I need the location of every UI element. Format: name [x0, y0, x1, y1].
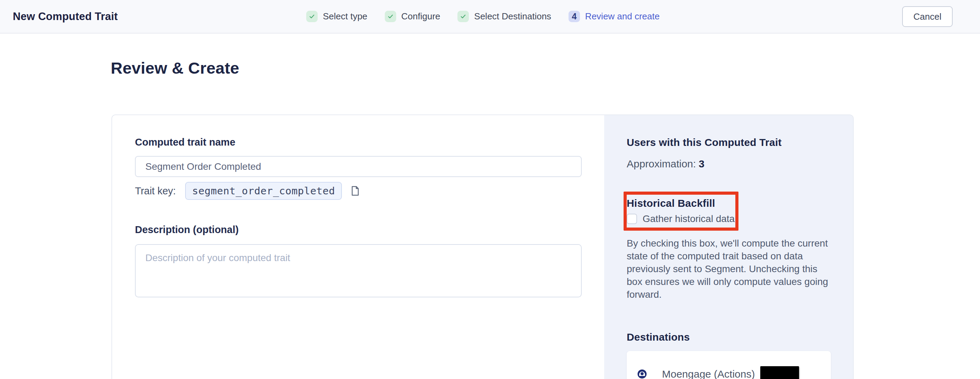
gather-historical-label: Gather historical data: [643, 213, 735, 224]
backfill-description: By checking this box, we'll compute the …: [627, 237, 831, 301]
cancel-button[interactable]: Cancel: [902, 6, 953, 27]
check-icon: [385, 11, 396, 22]
trait-name-input[interactable]: [135, 156, 582, 177]
moengage-logo-icon: [637, 369, 647, 379]
step-select-destinations[interactable]: Select Destinations: [457, 11, 551, 22]
trait-key-label: Trait key:: [135, 186, 176, 197]
redacted-text-block: [760, 366, 799, 379]
step-label: Review and create: [585, 11, 660, 22]
step-number-badge: 4: [568, 11, 580, 22]
summary-panel: Users with this Computed Trait Approxima…: [604, 115, 854, 379]
approximation-line: Approximation:3: [627, 158, 831, 170]
gather-historical-row: Gather historical data: [627, 213, 745, 224]
step-label: Select type: [323, 11, 368, 22]
users-heading: Users with this Computed Trait: [627, 136, 831, 148]
description-label: Description (optional): [135, 224, 582, 235]
top-bar: New Computed Trait Select type Configure…: [0, 0, 980, 33]
trait-key-value-badge: segment_order_completed: [185, 182, 342, 200]
review-card: Computed trait name Trait key: segment_o…: [111, 114, 854, 379]
destination-name: Moengage (Actions): [662, 368, 755, 379]
gather-historical-checkbox[interactable]: [627, 214, 637, 224]
copy-icon[interactable]: [351, 186, 360, 196]
step-configure[interactable]: Configure: [385, 11, 441, 22]
step-review-and-create[interactable]: 4 Review and create: [568, 11, 660, 22]
backfill-heading: Historical Backfill: [627, 197, 745, 209]
step-select-type[interactable]: Select type: [306, 11, 368, 22]
description-textarea[interactable]: [135, 244, 582, 297]
check-icon: [306, 11, 318, 22]
main-content: Review & Create Computed trait name Trai…: [0, 59, 980, 78]
approximation-label: Approximation:: [627, 158, 696, 170]
window-title: New Computed Trait: [13, 0, 118, 33]
destinations-heading: Destinations: [627, 331, 831, 343]
check-icon: [457, 11, 469, 22]
wizard-stepper: Select type Configure Select Destination…: [306, 0, 660, 33]
trait-key-row: Trait key: segment_order_completed: [135, 182, 582, 200]
step-label: Configure: [401, 11, 441, 22]
step-label: Select Destinations: [474, 11, 551, 22]
trait-name-label: Computed trait name: [135, 136, 582, 148]
form-panel: Computed trait name Trait key: segment_o…: [112, 115, 604, 379]
historical-backfill-section: Historical Backfill Gather historical da…: [627, 197, 745, 224]
approximation-value: 3: [698, 158, 705, 170]
destination-item[interactable]: Moengage (Actions): [627, 351, 831, 379]
page-title: Review & Create: [111, 59, 980, 78]
